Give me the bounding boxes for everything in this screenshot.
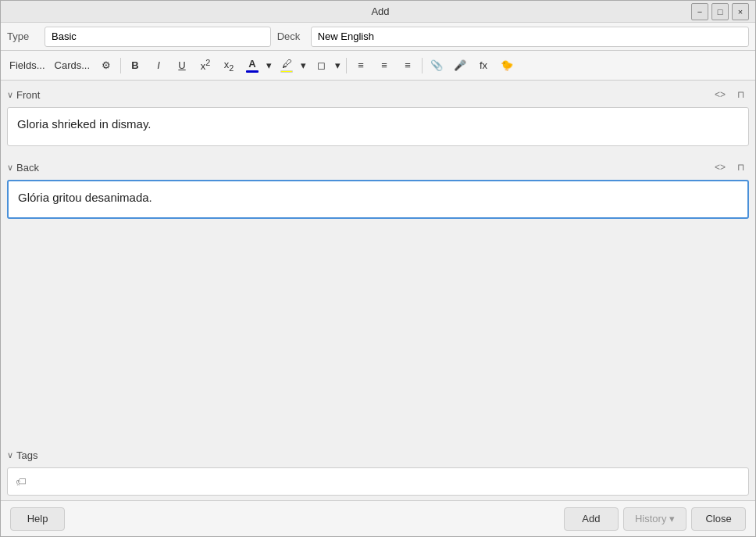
code-icon-back: <> xyxy=(715,162,726,173)
help-button[interactable]: Help xyxy=(10,507,65,531)
tags-field-header: ∨ Tags xyxy=(7,446,749,464)
back-code-button[interactable]: <> xyxy=(711,159,729,176)
settings-button[interactable]: ⚙ xyxy=(95,55,117,76)
eraser-icon: ◻ xyxy=(317,59,326,71)
eraser-dropdown-arrow[interactable]: ▾ xyxy=(332,55,343,76)
back-field-actions: <> ⊓ xyxy=(711,159,749,176)
paperclip-icon: 📎 xyxy=(430,59,443,71)
font-color-dropdown-arrow[interactable]: ▾ xyxy=(263,55,274,76)
rubber-duck-icon: 🐤 xyxy=(501,59,513,71)
content-spacer xyxy=(1,226,755,441)
superscript-icon: x2 xyxy=(201,58,211,72)
close-button[interactable]: × xyxy=(732,3,749,20)
ordered-list-icon: ≡ xyxy=(381,59,387,71)
code-icon-front: <> xyxy=(715,89,726,100)
separator-2 xyxy=(346,58,347,73)
chevron-down-icon-3: ▾ xyxy=(335,59,341,71)
italic-icon: I xyxy=(157,59,160,71)
type-selector[interactable]: Basic xyxy=(45,27,271,47)
pin-icon-front: ⊓ xyxy=(737,89,744,100)
front-field-header: ∨ Front <> ⊓ xyxy=(7,85,749,104)
fields-button[interactable]: Fields... xyxy=(5,55,49,76)
formatting-toolbar: Fields... Cards... ⚙ B I U x2 x2 A xyxy=(1,51,755,81)
gear-icon: ⚙ xyxy=(102,59,111,71)
chevron-down-icon-tags: ∨ xyxy=(7,450,13,460)
minimize-button[interactable]: − xyxy=(691,3,708,20)
attach-button[interactable]: 📎 xyxy=(426,55,448,76)
tags-label: Tags xyxy=(16,449,37,461)
highlight-icon: 🖊 xyxy=(282,58,292,70)
chevron-down-icon-front: ∨ xyxy=(7,90,13,100)
pin-icon-back: ⊓ xyxy=(737,162,744,173)
type-deck-row: Type Basic Deck New English xyxy=(1,23,755,51)
front-field-section: ∨ Front <> ⊓ xyxy=(7,85,749,149)
subscript-button[interactable]: x2 xyxy=(218,55,240,76)
front-field-input[interactable] xyxy=(7,107,749,146)
highlight-color-bar xyxy=(280,70,293,73)
subscript-icon: x2 xyxy=(224,59,234,73)
front-pin-button[interactable]: ⊓ xyxy=(732,86,749,103)
tags-toggle[interactable]: ∨ xyxy=(7,450,13,460)
font-color-button[interactable]: A xyxy=(241,55,263,76)
unordered-list-icon: ≡ xyxy=(358,59,364,71)
align-button[interactable]: ≡ xyxy=(397,55,419,76)
align-icon: ≡ xyxy=(405,59,411,71)
font-color-dropdown[interactable]: A ▾ xyxy=(241,55,274,76)
font-color-bar xyxy=(246,70,259,73)
tags-input[interactable]: 🏷 xyxy=(7,467,749,496)
underline-icon: U xyxy=(178,59,185,71)
deck-selector[interactable]: New English xyxy=(311,27,749,47)
chevron-down-icon-back: ∨ xyxy=(7,163,13,173)
rubber-duck-button[interactable]: 🐤 xyxy=(496,55,518,76)
type-label: Type xyxy=(7,30,38,42)
font-color-letter: A xyxy=(248,58,255,70)
back-pin-button[interactable]: ⊓ xyxy=(732,159,749,176)
microphone-icon: 🎤 xyxy=(454,59,466,71)
separator-3 xyxy=(422,58,423,73)
add-button[interactable]: Add xyxy=(564,507,619,531)
front-toggle[interactable]: ∨ xyxy=(7,90,13,100)
back-field-header: ∨ Back <> ⊓ xyxy=(7,158,749,177)
tags-section: ∨ Tags 🏷 xyxy=(7,446,749,496)
window-controls: − □ × xyxy=(691,3,749,20)
back-field-input[interactable] xyxy=(7,180,749,219)
front-code-button[interactable]: <> xyxy=(711,86,729,103)
content-area: ∨ Front <> ⊓ ∨ Back xyxy=(1,81,755,500)
fx-icon: fx xyxy=(480,59,487,71)
cards-button[interactable]: Cards... xyxy=(51,55,94,76)
superscript-button[interactable]: x2 xyxy=(194,55,216,76)
deck-label: Deck xyxy=(277,30,305,42)
eraser-button[interactable]: ◻ xyxy=(310,55,332,76)
close-button-bottom[interactable]: Close xyxy=(691,507,746,531)
highlight-dropdown-arrow[interactable]: ▾ xyxy=(298,55,308,76)
unordered-list-button[interactable]: ≡ xyxy=(350,55,372,76)
record-button[interactable]: 🎤 xyxy=(449,55,471,76)
bottom-bar: Help Add History ▾ Close xyxy=(1,500,755,536)
highlight-color-dropdown[interactable]: 🖊 ▾ xyxy=(276,55,308,76)
restore-button[interactable]: □ xyxy=(711,3,729,20)
front-field-actions: <> ⊓ xyxy=(711,86,749,103)
history-button[interactable]: History ▾ xyxy=(623,507,686,531)
separator-1 xyxy=(120,58,121,73)
back-field-section: ∨ Back <> ⊓ xyxy=(7,158,749,221)
highlight-button[interactable]: 🖊 xyxy=(276,55,298,76)
window-title: Add xyxy=(70,5,691,17)
chevron-down-icon: ▾ xyxy=(266,59,272,71)
chevron-down-icon-2: ▾ xyxy=(301,59,306,71)
ordered-list-button[interactable]: ≡ xyxy=(373,55,395,76)
front-field-label: Front xyxy=(16,89,40,101)
formula-button[interactable]: fx xyxy=(472,55,494,76)
back-toggle[interactable]: ∨ xyxy=(7,163,13,173)
tag-icon: 🏷 xyxy=(16,475,27,488)
eraser-dropdown[interactable]: ◻ ▾ xyxy=(310,55,343,76)
italic-button[interactable]: I xyxy=(148,55,169,76)
bottom-right-buttons: Add History ▾ Close xyxy=(564,507,746,531)
back-field-label: Back xyxy=(16,162,39,174)
bold-button[interactable]: B xyxy=(124,55,146,76)
title-bar: Add − □ × xyxy=(1,1,755,23)
add-card-window: Add − □ × Type Basic Deck New English Fi… xyxy=(0,0,756,537)
underline-button[interactable]: U xyxy=(171,55,193,76)
bold-icon: B xyxy=(131,59,138,71)
